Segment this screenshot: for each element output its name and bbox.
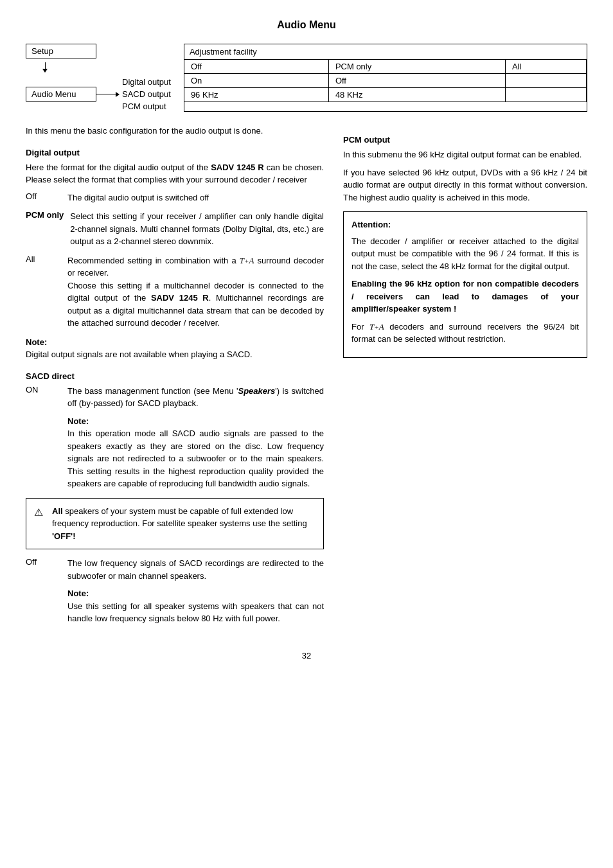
- adj-cell-all: All: [505, 60, 586, 74]
- sub-item-pcm: PCM output: [122, 101, 171, 112]
- def-term-on: ON: [26, 385, 61, 394]
- intro-text: In this menu the basic configuration for…: [26, 125, 324, 137]
- note-label-text: Note:: [26, 337, 47, 347]
- digital-output-intro: Here the format for the digital audio ou…: [26, 161, 324, 186]
- sadv-bold-2: SADV 1245 R: [151, 293, 209, 303]
- off-note-block: Note: Use this setting for all speaker s…: [67, 587, 324, 625]
- def-item-off: Off The digital audio output is switched…: [26, 191, 324, 204]
- nav-second-row: Audio Menu Digital output SACD output PC…: [26, 76, 171, 112]
- adjustment-title: Adjustment facility: [184, 44, 587, 60]
- pcm-text2: If you have selected 96 kHz output, DVDs…: [343, 166, 587, 204]
- adjustment-table: Off PCM only All On Off 96 KHz 48 KHz: [184, 60, 587, 102]
- nav-arrow-right: [96, 92, 120, 97]
- page-number: 32: [26, 651, 587, 660]
- def-desc-all: Recommended setting in combination with …: [67, 254, 324, 330]
- off-note-text: Use this setting for all speaker systems…: [67, 601, 324, 624]
- warning-text: All speakers of your system must be capa…: [52, 505, 315, 543]
- left-column: In this menu the basic configuration for…: [26, 125, 330, 632]
- ta-logo-2: T+A: [369, 322, 384, 332]
- note-text-digital: Digital output signals are not available…: [26, 350, 253, 359]
- sub-item-sacd: SACD output: [122, 89, 171, 100]
- def-term-off: Off: [26, 191, 61, 201]
- def-desc-off: The digital audio output is switched off: [67, 191, 324, 204]
- attention-box: Attention: The decoder / amplifier or re…: [343, 211, 587, 358]
- adj-cell-empty: [505, 74, 586, 88]
- sub-item-digital: Digital output: [122, 76, 171, 87]
- arrow-right-head: [116, 92, 120, 97]
- def-item-on: ON The bass managenment function (see Me…: [26, 385, 324, 490]
- def-desc-off2: The low frequency signals of SACD record…: [67, 557, 324, 625]
- main-content: In this menu the basic configuration for…: [26, 125, 587, 632]
- setup-box: Setup: [26, 44, 96, 58]
- arrow-head: [42, 69, 48, 73]
- adj-cell-off2: Off: [328, 74, 505, 88]
- attention-text2: For T+A decoders and surround receivers …: [351, 321, 579, 346]
- top-section: Setup Audio Menu Digital output SACD out…: [26, 44, 587, 112]
- attention-bold: Enabling the 96 kHz option for non compa…: [351, 279, 579, 314]
- on-note-text: In this operation mode all SACD audio si…: [67, 429, 324, 488]
- pcm-output-title: PCM output: [343, 135, 587, 145]
- adj-cell-pcm: PCM only: [328, 60, 505, 74]
- adj-cell-empty2: [505, 88, 586, 102]
- def-term-pcmonly: PCM only: [26, 210, 64, 220]
- def-desc-on: The bass managenment function (see Menu …: [67, 385, 324, 490]
- attention-title: Attention:: [351, 218, 579, 231]
- def-item-pcmonly: PCM only Select this setting if your rec…: [26, 210, 324, 248]
- sub-items: Digital output SACD output PCM output: [122, 76, 171, 112]
- sadv-bold-1: SADV 1245 R: [211, 163, 264, 172]
- warning-icon: ⚠: [34, 505, 47, 520]
- adj-cell-48khz: 48 KHz: [328, 88, 505, 102]
- adj-row-2: On Off: [184, 74, 587, 88]
- arrow-line: [45, 62, 46, 69]
- page-title: Audio Menu: [26, 19, 587, 31]
- warning-box: ⚠ All speakers of your system must be ca…: [26, 498, 324, 550]
- nav-arrow-down: [26, 62, 171, 73]
- adj-cell-on: On: [184, 74, 328, 88]
- def-term-off2: Off: [26, 557, 61, 567]
- adj-cell-96khz: 96 KHz: [184, 88, 328, 102]
- speakers-bold: Speakers: [238, 386, 275, 396]
- sacd-direct-title: SACD direct: [26, 371, 324, 381]
- ta-logo-1: T+A: [240, 256, 254, 265]
- note-label-digital: Note: Digital output signals are not ava…: [26, 336, 324, 361]
- adj-row-1: Off PCM only All: [184, 60, 587, 74]
- def-desc-pcmonly: Select this setting if your receiver / a…: [70, 210, 324, 248]
- on-note-block: Note: In this operation mode all SACD au…: [67, 415, 324, 490]
- adj-cell-off: Off: [184, 60, 328, 74]
- warning-off-bold: 'OFF'!: [52, 531, 76, 541]
- nav-diagram: Setup Audio Menu Digital output SACD out…: [26, 44, 171, 112]
- right-column: PCM output In this submenu the 96 kHz di…: [343, 125, 587, 632]
- attention-bold-text: Enabling the 96 kHz option for non compa…: [351, 278, 579, 315]
- off-note-label: Note:: [67, 589, 89, 598]
- adj-row-3: 96 KHz 48 KHz: [184, 88, 587, 102]
- pcm-text1: In this submenu the 96 kHz digital outpu…: [343, 148, 587, 161]
- audio-menu-box: Audio Menu: [26, 87, 96, 102]
- digital-output-title: Digital output: [26, 148, 324, 157]
- adjustment-panel: Adjustment facility Off PCM only All On …: [184, 44, 587, 112]
- def-item-off2: Off The low frequency signals of SACD re…: [26, 557, 324, 625]
- def-term-all: All: [26, 254, 61, 264]
- warning-all-bold: All: [52, 506, 63, 516]
- attention-text1: The decoder / amplifier or receiver atta…: [351, 235, 579, 273]
- def-item-all: All Recommended setting in combination w…: [26, 254, 324, 330]
- arrow-right-line: [96, 94, 116, 94]
- on-note-label: Note:: [67, 416, 89, 426]
